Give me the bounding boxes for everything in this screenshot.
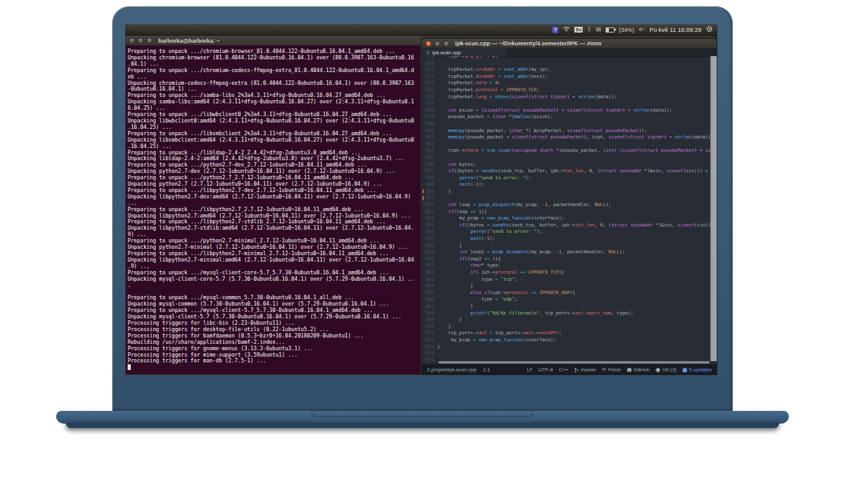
status-fetch[interactable]: ⟳ Fetch (602, 367, 621, 373)
teams-icon[interactable]: T (552, 27, 558, 33)
code-line: 545 (422, 154, 711, 161)
line-number: 573 (422, 344, 437, 351)
terminal-line: .16.04.25) ... (128, 144, 421, 150)
code-line: 544 tcph->check = tcp_csum((unsigned sho… (422, 147, 711, 154)
close-button[interactable] (129, 38, 135, 43)
line-number: 548 (422, 175, 437, 182)
code-line: 536 tcpPacket.leng = htons(sizeof(struct… (422, 94, 711, 101)
line-number: 567 (422, 303, 437, 310)
clock[interactable]: Po kvě 11 16:09:29 (650, 26, 701, 33)
line-number: 547 (422, 168, 437, 175)
status-bar: 2.projekt/ipk-scan.cpp 1:1 LF UTF-8 C++ … (422, 364, 717, 374)
line-number: 536 (422, 94, 437, 101)
code-line: 568 printf("%d/%s filtered\n", tcp_ports… (422, 310, 711, 317)
volume-muted-icon[interactable] (639, 27, 645, 33)
line-number: 533 (422, 73, 437, 80)
code-line: 559 int loop2 = pcap_dispatch(my_pcap, -… (422, 249, 711, 256)
status-encoding[interactable]: UTF-8 (539, 367, 553, 373)
terminal-titlebar[interactable]: barborka@barborka: ~ (125, 36, 421, 46)
terminal-line: . (128, 283, 421, 289)
keyboard-layout-indicator[interactable]: En (574, 27, 583, 33)
status-git[interactable]: Git (3) (655, 367, 677, 373)
line-number: 545 (422, 154, 437, 161)
atom-titlebar[interactable]: ipk-scan.cpp — ~/Dokumenty/4.semester/IP… (422, 39, 717, 48)
code-line: 563 type = "tcp"; (422, 276, 711, 283)
system-top-panel: T En ✉ (34%) Po kvě 11 16:09:29 (125, 24, 717, 36)
vertical-scrollbar[interactable] (710, 56, 717, 361)
terminal-line: Processing triggers for man-db (2.7.5-1)… (128, 358, 421, 364)
status-branch[interactable]: master (574, 367, 596, 373)
line-number: 544 (422, 147, 437, 154)
branch-icon (574, 367, 579, 373)
code-line: 547 if((bytes = sendto(sock_tcp, buffer,… (422, 168, 711, 175)
line-number: 539 (422, 114, 437, 121)
horizontal-scrollbar[interactable] (438, 361, 710, 364)
code-line: 550 } (422, 188, 711, 195)
line-number: 535 (422, 87, 437, 94)
line-number: 570 (422, 323, 437, 330)
wifi-icon[interactable] (563, 26, 570, 33)
status-updates[interactable]: 5 updates (682, 367, 712, 373)
cpp-file-icon: C (427, 50, 430, 56)
code-line: 557 exit(-1); (422, 235, 711, 242)
code-line: 540 (422, 121, 711, 128)
session-gear-icon[interactable] (706, 26, 713, 34)
line-number: 558 (422, 242, 437, 249)
line-number: 538 (422, 107, 437, 114)
line-number: 559 (422, 249, 437, 256)
line-number: 557 (422, 235, 437, 242)
laptop-screen: T En ✉ (34%) Po kvě 11 16:09:29 barborka… (125, 24, 717, 375)
terminal-output[interactable]: Preparing to unpack .../chromium-browser… (125, 45, 421, 375)
code-line: 560 if(loop2 == 1){ (422, 256, 711, 263)
code-line: 552 int loop = pcap_dispatch(my_pcap, -1… (422, 202, 711, 209)
terminal-window: barborka@barborka: ~ Preparing to unpack… (125, 36, 421, 375)
line-number: 565 (422, 290, 437, 297)
status-language[interactable]: C++ (558, 367, 568, 373)
code-line: 539 pseudo_packet = (char *)malloc(psize… (422, 114, 711, 121)
close-button[interactable] (426, 41, 431, 47)
line-number: 541 (422, 128, 437, 135)
code-line: 533 tcpPacket.dstAddr = inet_addr(host); (422, 73, 711, 80)
bluetooth-icon[interactable] (587, 26, 591, 33)
code-line: 553 if(loop == 1){ (422, 209, 711, 216)
code-line: 534 tcpPacket.zero = 0; (422, 80, 711, 87)
battery-icon[interactable] (606, 27, 615, 33)
line-number: 540 (422, 121, 437, 128)
github-icon (627, 367, 632, 373)
line-number: 542 (422, 134, 437, 141)
mail-icon[interactable]: ✉ (595, 27, 601, 33)
terminal-line: Preparing to unpack .../chromium-codecs-… (128, 68, 421, 74)
line-number: 574 (422, 350, 437, 357)
line-number: 543 (422, 141, 437, 148)
line-number: 571 (422, 330, 437, 337)
code-line: 551 (422, 195, 711, 202)
line-number: 563 (422, 276, 437, 283)
battery-fill (606, 28, 609, 32)
status-file-path[interactable]: 2.projekt/ipk-scan.cpp (427, 367, 477, 373)
minimize-button[interactable] (138, 38, 144, 43)
sync-icon: ⟳ (602, 367, 606, 373)
line-number: 555 (422, 222, 437, 229)
code-editor[interactable]: 530 tcph->urg_ptr = 0;531532 tcpPacket.s… (422, 56, 717, 361)
code-line: 570 } (422, 323, 711, 330)
code-line: 562 if( iph->protocol == IPPROTO_TCP){ (422, 269, 711, 276)
minimize-button[interactable] (435, 41, 440, 47)
code-line: 532 tcpPacket.srcAddr = inet_addr(my_ip)… (422, 66, 711, 73)
status-line-ending[interactable]: LF (527, 367, 532, 373)
code-line: 569 } (422, 316, 711, 323)
status-cursor-position[interactable]: 1:1 (483, 367, 490, 373)
code-line: 566 type = "udp"; (422, 296, 711, 303)
line-number: 534 (422, 80, 437, 87)
git-icon (655, 367, 661, 373)
line-number: 550 (422, 188, 437, 195)
line-number: 560 (422, 256, 437, 263)
maximize-button[interactable] (147, 38, 153, 43)
laptop-base-notch (311, 411, 534, 417)
terminal-line: Unpacking samba-libs:amd64 (2:4.3.11+dfs… (128, 99, 421, 105)
status-github[interactable]: GitHub (627, 367, 650, 373)
line-number: 566 (422, 296, 437, 303)
maximize-button[interactable] (444, 41, 449, 47)
code-line: 531 (422, 60, 711, 67)
code-line: 538 int psize = (sizeof(struct pseudoPac… (422, 107, 711, 114)
line-number: 572 (422, 337, 437, 344)
